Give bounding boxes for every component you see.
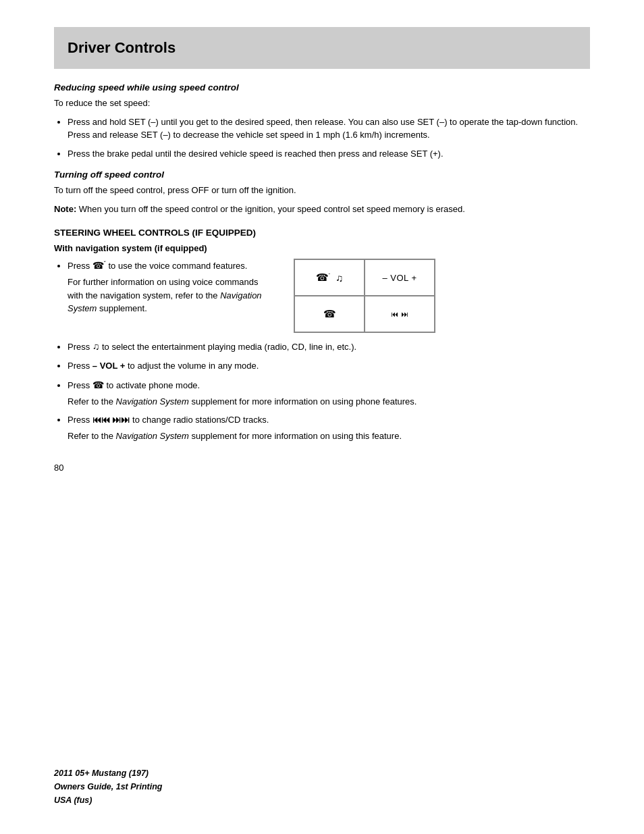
music-note-icon: ♫ (92, 341, 100, 352)
steering-section-title: STEERING WHEEL CONTROLS (IF EQUIPPED) (54, 228, 590, 238)
panel-cell-skip: ⏮ ⏭ (365, 296, 435, 332)
turning-off-title: Turning off speed control (54, 170, 590, 180)
vol-bullet: Press – VOL + to adjust the volume in an… (68, 359, 590, 373)
panel-skip-icon: ⏮ ⏭ (391, 310, 408, 318)
nav-bullet-1: Press ☎ˇ to use the voice command featur… (68, 259, 270, 315)
right-column: ☎ˇ ♫ – VOL + ☎ ⏮ ⏭ (290, 259, 439, 333)
two-col-layout: Press ☎ˇ to use the voice command featur… (54, 259, 590, 333)
page-title: Driver Controls (68, 39, 576, 57)
page: Driver Controls Reducing speed while usi… (0, 0, 644, 834)
turning-off-note: Note: When you turn off the speed contro… (54, 203, 590, 216)
panel-cell-phone: ☎ (294, 296, 365, 332)
nav-bullets: Press ☎ˇ to use the voice command featur… (68, 259, 270, 315)
panel-phone-icon: ☎ (323, 308, 336, 320)
skip-bullet: Press ⏮⏮ ⏭⏭ to change radio stations/CD … (68, 413, 590, 442)
panel-music-icon: ♫ (336, 272, 343, 284)
reducing-speed-list: Press and hold SET (–) until you get to … (68, 115, 590, 161)
reducing-speed-title: Reducing speed while using speed control (54, 82, 590, 93)
panel-cell-vol: – VOL + (365, 259, 435, 296)
phone-icon: ☎ (92, 380, 104, 390)
list-item-2: Press the brake pedal until the desired … (68, 147, 590, 161)
header-banner: Driver Controls (54, 27, 590, 69)
voice-icon: ☎ (92, 260, 104, 271)
vol-label: – VOL + (382, 273, 417, 283)
list-item-1: Press and hold SET (–) until you get to … (68, 115, 590, 142)
panel-voice-icon: ☎ˇ (316, 271, 331, 284)
panel-cell-voice-music: ☎ˇ ♫ (294, 259, 365, 296)
turning-off-body: To turn off the speed control, press OFF… (54, 184, 590, 197)
music-bullet: Press ♫ to select the entertainment play… (68, 340, 590, 354)
left-column: Press ☎ˇ to use the voice command featur… (54, 259, 270, 333)
page-number: 80 (54, 463, 590, 473)
with-nav-title: With navigation system (if equipped) (54, 243, 590, 253)
reducing-speed-intro: To reduce the set speed: (54, 97, 590, 110)
control-panel-diagram: ☎ˇ ♫ – VOL + ☎ ⏮ ⏭ (294, 259, 435, 333)
phone-bullet: Press ☎ to activate phone mode. Refer to… (68, 378, 590, 409)
more-steering-bullets: Press ♫ to select the entertainment play… (68, 340, 590, 442)
footer: 2011 05+ Mustang (197) Owners Guide, 1st… (54, 766, 162, 807)
